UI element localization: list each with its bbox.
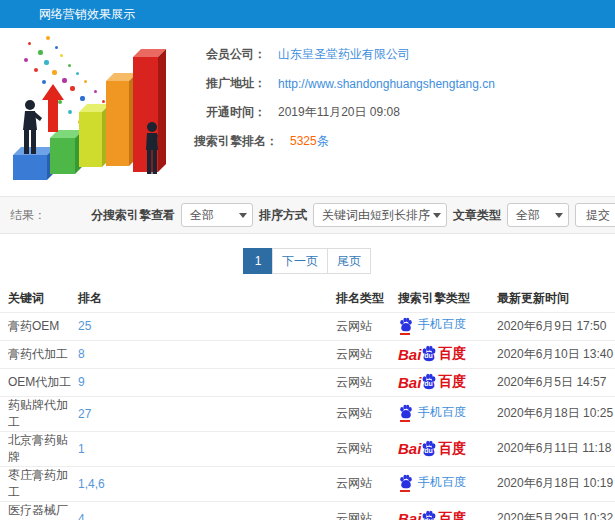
rank-type-cell: 云网站 (336, 431, 398, 466)
rank-cell: 8 (78, 340, 336, 368)
ranking-count: 5325 (290, 134, 317, 148)
updated-cell: 2020年6月10日 13:40 (495, 340, 615, 368)
baidu-logo-du: du (424, 517, 433, 520)
rank-link[interactable]: 8 (78, 347, 85, 361)
rank-link[interactable]: 9 (78, 375, 85, 389)
keyword-cell: 药贴牌代加工 (0, 396, 78, 431)
promo-url-label: 推广地址： (188, 75, 266, 92)
ranking-label: 搜索引擎排名： (188, 133, 278, 150)
baidu-logo: Bai du 百度 (398, 373, 466, 391)
baidu-logo-cn: 百度 (438, 510, 466, 520)
engine-type-cell: 手机百度 Bai du 百度 (398, 396, 495, 431)
company-info: 会员公司： 山东皇圣堂药业有限公司 推广地址： http://www.shand… (188, 34, 615, 192)
baidu-logo-bai: Bai (398, 374, 421, 391)
baidu-logo: Bai du 百度 (398, 345, 466, 363)
page-number-current[interactable]: 1 (243, 248, 273, 274)
table-header-row: 关键词 排名 排名类型 搜索引擎类型 最新更新时间 (0, 286, 615, 312)
baidu-logo-cn: 百度 (438, 345, 466, 363)
mobile-baidu-badge: 手机百度 (398, 316, 466, 333)
ranking-unit: 条 (317, 134, 329, 148)
baidu-logo-du: du (424, 380, 433, 387)
table-row: 枣庄膏药加工 1,4,6 云网站 手机百度 (0, 466, 615, 501)
next-page-button[interactable]: 下一页 (272, 248, 328, 274)
illustration-bar-green (50, 138, 75, 174)
chevron-down-icon (239, 213, 247, 218)
col-header-rank: 排名 (78, 286, 336, 312)
info-row-ranking: 搜索引擎排名： 5325条 (188, 127, 615, 156)
engine-badge: 手机百度 Bai du 百度 (398, 377, 466, 391)
businessman-left (18, 100, 44, 156)
mobile-baidu-badge: 手机百度 (398, 404, 466, 421)
rank-type-cell: 云网站 (336, 501, 398, 520)
baidu-paw-icon (398, 317, 414, 333)
info-row-opened: 开通时间： 2019年11月20日 09:08 (188, 98, 615, 127)
businessman-right (140, 122, 164, 174)
rank-type-cell: 云网站 (336, 312, 398, 340)
rank-type-cell: 云网站 (336, 340, 398, 368)
engine-type-cell: 手机百度 Bai du 百度 (398, 340, 495, 368)
baidu-logo-du: du (424, 447, 433, 454)
article-type-select[interactable]: 全部 (507, 203, 569, 227)
pagination: 1 下一页 尾页 (0, 234, 615, 286)
updated-cell: 2020年6月18日 10:19 (495, 466, 615, 501)
promo-url-link[interactable]: http://www.shandonghuangshengtang.cn (278, 77, 495, 91)
updated-cell: 2020年6月9日 17:50 (495, 312, 615, 340)
engine-type-cell: 手机百度 Bai du 百度 (398, 312, 495, 340)
page: 网络营销效果展示 (0, 0, 615, 520)
rank-link[interactable]: 1,4,6 (78, 477, 105, 491)
baidu-logo: Bai du 百度 (398, 510, 466, 520)
red-underline (400, 490, 410, 492)
mobile-baidu-label: 手机百度 (418, 474, 466, 491)
engine-type-cell: 手机百度 Bai du 百度 (398, 368, 495, 396)
mobile-baidu-badge: 手机百度 (398, 474, 466, 491)
sort-filter-select[interactable]: 关键词由短到长排序 (313, 203, 447, 227)
last-page-button[interactable]: 尾页 (327, 248, 371, 274)
engine-filter-value: 全部 (190, 208, 214, 222)
keywords-table: 关键词 排名 排名类型 搜索引擎类型 最新更新时间 膏药OEM 25 云网站 (0, 286, 615, 520)
rank-link[interactable]: 27 (78, 407, 91, 421)
baidu-logo-bai: Bai (398, 510, 421, 520)
illustration-bar-yellow (79, 112, 102, 167)
rank-link[interactable]: 4 (78, 512, 85, 520)
engine-filter-label: 分搜索引擎查看 (91, 207, 175, 224)
info-section: 会员公司： 山东皇圣堂药业有限公司 推广地址： http://www.shand… (0, 28, 615, 196)
engine-type-cell: 手机百度 Bai du 百度 (398, 466, 495, 501)
table-row: 膏药OEM 25 云网站 手机百度 (0, 312, 615, 340)
illustration-bar-blue (13, 155, 47, 180)
submit-button[interactable]: 提交 (575, 203, 615, 227)
baidu-logo-du: du (424, 352, 433, 359)
keyword-cell: 膏药代加工 (0, 340, 78, 368)
info-row-company: 会员公司： 山东皇圣堂药业有限公司 (188, 40, 615, 69)
rank-link[interactable]: 1 (78, 442, 85, 456)
engine-badge: 手机百度 Bai du 百度 (398, 479, 466, 493)
baidu-paw-icon (398, 474, 414, 490)
engine-type-cell: 手机百度 Bai du 百度 (398, 501, 495, 520)
table-row: 膏药代加工 8 云网站 手机百度 (0, 340, 615, 368)
article-type-label: 文章类型 (453, 207, 501, 224)
red-underline (400, 333, 410, 335)
article-type-value: 全部 (516, 208, 540, 222)
table-row: 医疗器械厂家 4 云网站 手机百度 (0, 501, 615, 520)
rank-type-cell: 云网站 (336, 368, 398, 396)
ranking-value: 5325条 (290, 133, 329, 150)
engine-badge: 手机百度 Bai du 百度 (398, 409, 466, 423)
col-header-keyword: 关键词 (0, 286, 78, 312)
engine-filter-select[interactable]: 全部 (181, 203, 253, 227)
rank-link[interactable]: 25 (78, 319, 91, 333)
keyword-cell: 北京膏药贴牌 (0, 431, 78, 466)
rank-cell: 27 (78, 396, 336, 431)
baidu-logo: Bai du 百度 (398, 440, 466, 458)
info-row-url: 推广地址： http://www.shandonghuangshengtang.… (188, 69, 615, 98)
baidu-logo-bai: Bai (398, 440, 421, 457)
company-link[interactable]: 山东皇圣堂药业有限公司 (278, 46, 410, 63)
chevron-down-icon (555, 213, 563, 218)
updated-cell: 2020年6月11日 11:18 (495, 431, 615, 466)
engine-badge: 手机百度 Bai du 百度 (398, 322, 466, 336)
updated-cell: 2020年5月29日 10:32 (495, 501, 615, 520)
company-label: 会员公司： (188, 46, 266, 63)
rank-type-cell: 云网站 (336, 466, 398, 501)
engine-badge: 手机百度 Bai du 百度 (398, 513, 466, 520)
filter-controls: 分搜索引擎查看 全部 排序方式 关键词由短到长排序 文章类型 全部 提交 (91, 203, 615, 227)
engine-badge: 手机百度 Bai du 百度 (398, 443, 466, 457)
chevron-down-icon (433, 213, 441, 218)
